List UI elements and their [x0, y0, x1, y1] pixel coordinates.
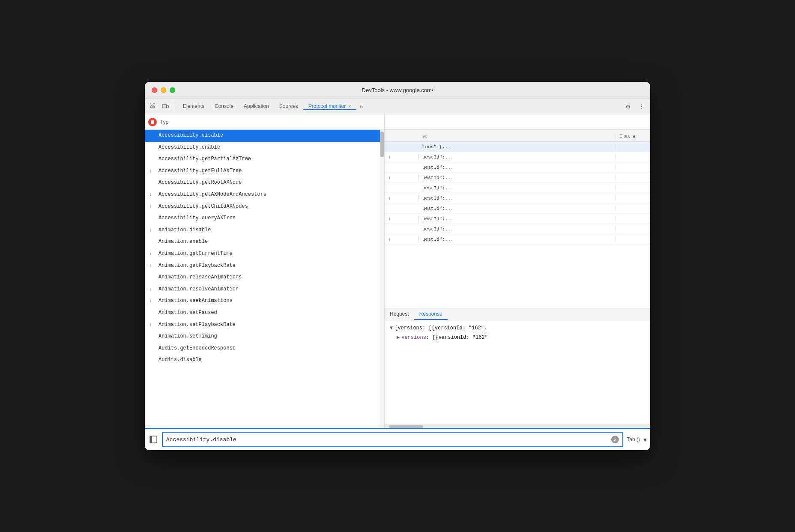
tab-application[interactable]: Application — [239, 103, 274, 110]
autocomplete-scrollbar[interactable] — [380, 130, 384, 428]
stop-recording-button[interactable] — [148, 118, 157, 126]
window-title: DevTools - www.google.com/ — [362, 87, 433, 93]
autocomplete-item-anim-paused[interactable]: Animation.setPaused — [145, 307, 384, 319]
autocomplete-item-audits-disable[interactable]: Audits.disable — [145, 354, 384, 366]
arrow-icon: ↓ — [149, 250, 152, 258]
tab-hint-label: Tab () — [627, 436, 640, 442]
table-row[interactable]: uestId":... — [385, 183, 650, 193]
table-row[interactable]: ↓ uestId":... — [385, 193, 650, 203]
table-header: se Elap. ▲ — [385, 130, 650, 142]
tab-protocol-monitor[interactable]: Protocol monitor × — [303, 103, 356, 110]
select-element-icon[interactable] — [148, 102, 158, 112]
table-row[interactable]: ↓ uestId":... — [385, 173, 650, 183]
autocomplete-item-acc-children[interactable]: ↓ Accessibility.getChildAXNodes — [145, 201, 384, 213]
autocomplete-item-anim-resolve[interactable]: ↓ Animation.resolveAnimation — [145, 284, 384, 296]
table-row[interactable]: uestId":... — [385, 162, 650, 173]
row-method: ↓ — [385, 175, 419, 181]
details-scrollbar[interactable] — [385, 424, 650, 428]
item-label: Animation.seekAnimations — [158, 296, 233, 306]
autocomplete-item-acc-partial[interactable]: Accessibility.getPartialAXTree — [145, 153, 384, 165]
maximize-button[interactable] — [170, 87, 175, 93]
table-row[interactable]: ↓ uestId":... — [385, 152, 650, 162]
close-button[interactable] — [152, 87, 157, 93]
item-label: Accessibility.getFullAXTree — [158, 167, 242, 176]
autocomplete-item-anim-release[interactable]: Animation.releaseAnimations — [145, 272, 384, 284]
autocomplete-scrollbar-thumb[interactable] — [380, 132, 384, 157]
traffic-lights — [152, 87, 175, 93]
autocomplete-item-acc-full[interactable]: ↓ Accessibility.getFullAXTree — [145, 165, 384, 177]
svg-rect-4 — [162, 105, 167, 108]
details-tabs: Request Response — [385, 308, 650, 320]
autocomplete-item-acc-ancestors[interactable]: ↓ Accessibility.getAXNodeAndAncestors — [145, 189, 384, 201]
devtools-panel: Elements Console Application Sources Pro… — [145, 99, 650, 450]
table-row[interactable]: ions":[... — [385, 142, 650, 152]
details-scrollbar-thumb[interactable] — [389, 425, 423, 428]
tree-line-2: ▶ versions : [{versionId: "162" — [390, 333, 645, 343]
autocomplete-item-anim-enable[interactable]: Animation.enable — [145, 236, 384, 248]
autocomplete-item-acc-enable[interactable]: Accessibility.enable — [145, 142, 384, 154]
details-tab-response[interactable]: Response — [414, 308, 448, 320]
autocomplete-item-acc-query[interactable]: Accessibility.queryAXTree — [145, 212, 384, 224]
autocomplete-item-anim-rate[interactable]: ↓ Animation.setPlaybackRate — [145, 319, 384, 331]
item-label: Audits.disable — [158, 356, 202, 365]
tree-expand-icon[interactable]: ▼ — [390, 324, 393, 333]
autocomplete-item-acc-root[interactable]: Accessibility.getRootAXNode — [145, 177, 384, 189]
tree-collapse-icon[interactable]: ▶ — [397, 333, 400, 343]
item-label: Accessibility.enable — [158, 143, 220, 152]
item-label: Animation.enable — [158, 237, 208, 247]
item-label: Animation.getCurrentTime — [158, 249, 233, 259]
clear-input-button[interactable]: × — [611, 436, 619, 443]
minimize-button[interactable] — [161, 87, 166, 93]
item-label: Audits.getEncodedResponse — [158, 344, 236, 353]
tab-bar: Elements Console Application Sources Pro… — [178, 103, 621, 110]
autocomplete-item-acc-disable[interactable]: Accessibility.disable — [145, 130, 384, 142]
autocomplete-item-anim-current[interactable]: ↓ Animation.getCurrentTime — [145, 248, 384, 260]
autocomplete-item-anim-seek[interactable]: ↓ Animation.seekAnimations — [145, 295, 384, 307]
more-options-icon[interactable]: ⋮ — [637, 102, 647, 112]
item-label: Accessibility.getChildAXNodes — [158, 202, 248, 212]
row-method: ↓ — [385, 154, 419, 160]
settings-icon[interactable]: ⚙ — [623, 102, 633, 112]
autocomplete-item-anim-timing[interactable]: Animation.setTiming — [145, 331, 384, 343]
item-label: Animation.resolveAnimation — [158, 285, 239, 294]
tab-console[interactable]: Console — [209, 103, 239, 110]
toolbar-right: ⚙ ⋮ — [623, 102, 647, 112]
main-content: Typ Accessibility.disable Accessibility.… — [145, 114, 650, 428]
left-panel: Typ Accessibility.disable Accessibility.… — [145, 114, 385, 428]
dropdown-arrow-icon[interactable]: ▾ — [643, 436, 647, 444]
table-row[interactable]: uestId":... — [385, 224, 650, 234]
tree-line-1: ▼ {versions: [{versionId: "162", — [390, 324, 645, 333]
tree-key: versions — [401, 333, 426, 343]
details-tab-request[interactable]: Request — [385, 308, 414, 320]
tab-close-icon[interactable]: × — [348, 104, 351, 109]
table-row[interactable]: ↓ uestId":... — [385, 234, 650, 245]
item-label: Accessibility.queryAXTree — [158, 214, 236, 223]
svg-rect-3 — [153, 106, 155, 108]
sidebar-toggle-icon[interactable] — [148, 434, 158, 445]
search-input[interactable] — [388, 119, 647, 125]
svg-rect-1 — [153, 104, 155, 105]
device-emulation-icon[interactable] — [160, 102, 170, 112]
autocomplete-item-anim-playback[interactable]: ↓ Animation.getPlaybackRate — [145, 260, 384, 272]
arrow-icon: ↓ — [149, 320, 152, 329]
row-response: uestId":... — [419, 185, 616, 191]
sort-icon[interactable]: ▲ — [632, 133, 637, 138]
table-row[interactable]: uestId":... — [385, 203, 650, 214]
filter-label: Typ — [160, 119, 168, 125]
command-input[interactable] — [166, 436, 611, 443]
tab-sources[interactable]: Sources — [274, 103, 303, 110]
row-response: uestId":... — [419, 216, 616, 221]
item-label: Animation.disable — [158, 226, 211, 235]
item-label: Animation.setPaused — [158, 308, 217, 318]
tab-elements[interactable]: Elements — [178, 103, 209, 110]
table-row[interactable]: ↓ uestId":... — [385, 214, 650, 224]
more-tabs-button[interactable]: » — [356, 103, 367, 110]
item-label: Accessibility.getAXNodeAndAncestors — [158, 190, 266, 200]
autocomplete-item-audits-encoded[interactable]: Audits.getEncodedResponse — [145, 343, 384, 355]
autocomplete-item-anim-disable[interactable]: ↓ Animation.disable — [145, 224, 384, 236]
row-response: ions":[... — [419, 144, 616, 149]
command-input-wrapper: × — [162, 432, 623, 447]
row-response: uestId":... — [419, 206, 616, 211]
table-rows-container: ions":[... ↓ uestId":... uestId":... — [385, 142, 650, 308]
devtools-window: DevTools - www.google.com/ — [145, 82, 650, 450]
